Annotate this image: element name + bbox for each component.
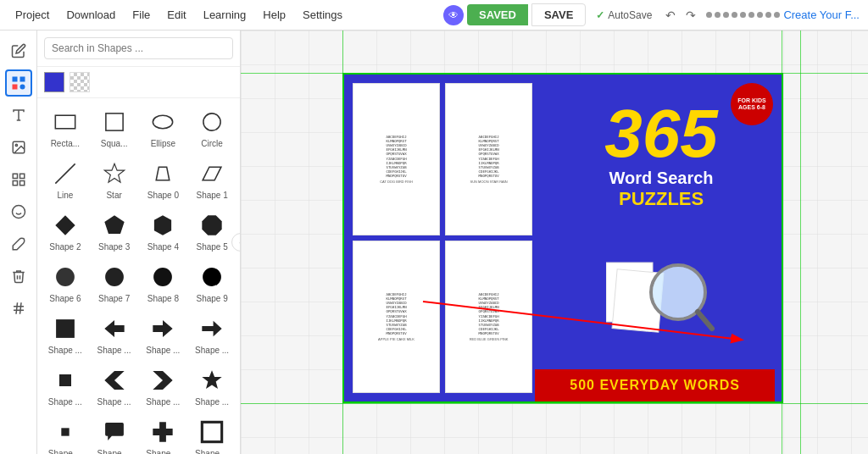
shape-diamond[interactable]: Shape 2 bbox=[41, 205, 90, 257]
shape-sq-dark[interactable]: Shape ... bbox=[41, 308, 90, 360]
toolbar-shapes[interactable] bbox=[5, 69, 32, 97]
shape-arrow-wide[interactable]: Shape ... bbox=[187, 308, 236, 360]
svg-point-3 bbox=[19, 85, 25, 90]
svg-marker-23 bbox=[104, 163, 124, 182]
shape-cross[interactable]: Shape ... bbox=[139, 412, 188, 454]
canvas-area[interactable]: ABCDEFGHIJKLMNOPQRSTUVWXYZABCDEFGHIJKLMN… bbox=[241, 30, 868, 454]
svg-rect-38 bbox=[59, 374, 71, 386]
for-kids-text: FOR KIDSAGES 6-8 bbox=[737, 97, 765, 110]
saved-button[interactable]: SAVED bbox=[467, 4, 528, 25]
shape-star[interactable]: Star bbox=[90, 153, 139, 205]
svg-line-22 bbox=[55, 163, 75, 183]
menu-edit[interactable]: Edit bbox=[160, 5, 192, 25]
svg-marker-26 bbox=[55, 215, 75, 235]
ws-grid-3: ABCDEFGHIJKLMNOPQRSTUVWXYZABCDEFGHIJKLMN… bbox=[387, 292, 407, 336]
svg-point-33 bbox=[203, 268, 221, 286]
svg-rect-2 bbox=[12, 85, 17, 90]
ws-words-4: RED BLUE GREEN PINK bbox=[470, 337, 509, 341]
menu-bar: Project Download File Edit Learning Help… bbox=[0, 0, 868, 30]
history-dots bbox=[706, 12, 780, 18]
redo-button[interactable]: ↷ bbox=[682, 7, 699, 24]
shape-parallelogram[interactable]: Shape 1 bbox=[187, 153, 236, 205]
shape-circle-9[interactable]: Shape 9 bbox=[187, 257, 236, 308]
autosave-check: ✓ bbox=[596, 9, 604, 21]
undo-button[interactable]: ↶ bbox=[662, 7, 679, 24]
guide-line-h2 bbox=[241, 403, 868, 404]
ws-page-3: ABCDEFGHIJKLMNOPQRSTUVWXYZABCDEFGHIJKLMN… bbox=[353, 241, 440, 393]
toolbar-grid[interactable] bbox=[5, 166, 32, 193]
svg-rect-0 bbox=[12, 77, 17, 82]
svg-marker-39 bbox=[104, 371, 124, 390]
svg-rect-42 bbox=[61, 428, 69, 435]
svg-point-7 bbox=[15, 144, 17, 146]
shape-sq-sm[interactable]: Shape ... bbox=[41, 360, 90, 412]
shape-chevron-right[interactable]: Shape ... bbox=[139, 360, 188, 412]
ws-grid-2: ABCDEFGHIJKLMNOPQRSTUVWXYZABCDEFGHIJKLMN… bbox=[479, 135, 499, 179]
svg-rect-9 bbox=[19, 174, 24, 178]
svg-marker-40 bbox=[153, 371, 173, 390]
svg-marker-35 bbox=[104, 320, 124, 337]
shape-circle-7[interactable]: Shape 7 bbox=[90, 257, 139, 308]
shape-circle[interactable]: Circle bbox=[187, 102, 236, 153]
ws-page-1: ABCDEFGHIJKLMNOPQRSTUVWXYZABCDEFGHIJKLMN… bbox=[353, 83, 440, 235]
toolbar-image[interactable] bbox=[5, 134, 32, 161]
menu-settings[interactable]: Settings bbox=[296, 5, 349, 25]
shape-frame[interactable]: Shape ... bbox=[187, 412, 236, 454]
svg-point-32 bbox=[153, 268, 172, 286]
svg-point-21 bbox=[203, 114, 220, 130]
magnifier-svg bbox=[606, 254, 716, 339]
shape-octagon[interactable]: Shape 5 bbox=[187, 205, 236, 257]
shape-hexagon[interactable]: Shape 4 bbox=[139, 205, 188, 257]
toolbar-paint[interactable] bbox=[5, 230, 32, 257]
svg-point-20 bbox=[153, 115, 173, 129]
menu-learning[interactable]: Learning bbox=[197, 5, 253, 25]
svg-line-16 bbox=[16, 302, 18, 314]
shape-speech[interactable]: Shape ... bbox=[90, 412, 139, 454]
toolbar-mask[interactable] bbox=[5, 198, 32, 225]
shape-line[interactable]: Line bbox=[41, 153, 90, 205]
toolbar-edit[interactable] bbox=[5, 37, 32, 64]
shape-rect[interactable]: Recta... bbox=[41, 102, 90, 153]
book-cover-right: FOR KIDSAGES 6-8 365 Word Search PUZZLES bbox=[541, 75, 782, 401]
svg-rect-8 bbox=[13, 174, 17, 178]
book-subtitle: Word Search bbox=[609, 168, 714, 188]
shape-circle-8[interactable]: Shape 8 bbox=[139, 257, 188, 308]
ws-words-2: SUN MOON STAR RAIN bbox=[470, 180, 508, 184]
autosave-label: AutoSave bbox=[608, 9, 652, 21]
book-cover[interactable]: ABCDEFGHIJKLMNOPQRSTUVWXYZABCDEFGHIJKLMN… bbox=[342, 73, 783, 403]
toolbar-text[interactable] bbox=[5, 102, 32, 129]
save-button[interactable]: SAVE bbox=[531, 3, 586, 26]
shape-sq-tiny[interactable]: Shape ... bbox=[41, 412, 90, 454]
preview-button[interactable]: 👁 bbox=[443, 5, 464, 25]
book-number: 365 bbox=[604, 100, 717, 168]
book-puzzles: PUZZLES bbox=[619, 188, 704, 210]
search-input[interactable] bbox=[44, 37, 233, 59]
ws-words-3: APPLE PIE CAKE MILK bbox=[378, 337, 415, 341]
main-layout: Recta... Squa... Ellipse Circle Line bbox=[0, 30, 868, 454]
menu-download[interactable]: Download bbox=[59, 5, 122, 25]
shape-star-dark[interactable]: Shape ... bbox=[187, 360, 236, 412]
shape-arrow-right[interactable]: Shape ... bbox=[139, 308, 188, 360]
menu-project[interactable]: Project bbox=[8, 5, 56, 25]
shape-circle-6[interactable]: Shape 6 bbox=[41, 257, 90, 308]
menu-help[interactable]: Help bbox=[256, 5, 292, 25]
svg-marker-37 bbox=[202, 321, 221, 337]
menu-file[interactable]: File bbox=[125, 5, 157, 25]
create-link[interactable]: Create Your F... bbox=[783, 8, 860, 21]
toolbar-trash[interactable] bbox=[5, 263, 32, 290]
svg-marker-24 bbox=[157, 167, 170, 180]
pattern-swatch[interactable] bbox=[70, 72, 90, 92]
fill-color-swatch[interactable] bbox=[44, 72, 64, 92]
toolbar-hashtag[interactable] bbox=[5, 295, 32, 322]
ws-grid-1: ABCDEFGHIJKLMNOPQRSTUVWXYZABCDEFGHIJKLMN… bbox=[387, 135, 407, 179]
undo-redo-area: ↶ ↷ bbox=[662, 7, 699, 24]
shape-arrow-left[interactable]: Shape ... bbox=[90, 308, 139, 360]
book-cover-left: ABCDEFGHIJKLMNOPQRSTUVWXYZABCDEFGHIJKLMN… bbox=[344, 75, 541, 401]
svg-rect-34 bbox=[56, 319, 75, 338]
shape-chevron-left[interactable]: Shape ... bbox=[90, 360, 139, 412]
shape-trapezoid[interactable]: Shape 0 bbox=[139, 153, 188, 205]
ws-grid-4: ABCDEFGHIJKLMNOPQRSTUVWXYZABCDEFGHIJKLMN… bbox=[479, 292, 499, 336]
shape-pentagon[interactable]: Shape 3 bbox=[90, 205, 139, 257]
shape-ellipse[interactable]: Ellipse bbox=[139, 102, 188, 153]
shape-square[interactable]: Squa... bbox=[90, 102, 139, 153]
